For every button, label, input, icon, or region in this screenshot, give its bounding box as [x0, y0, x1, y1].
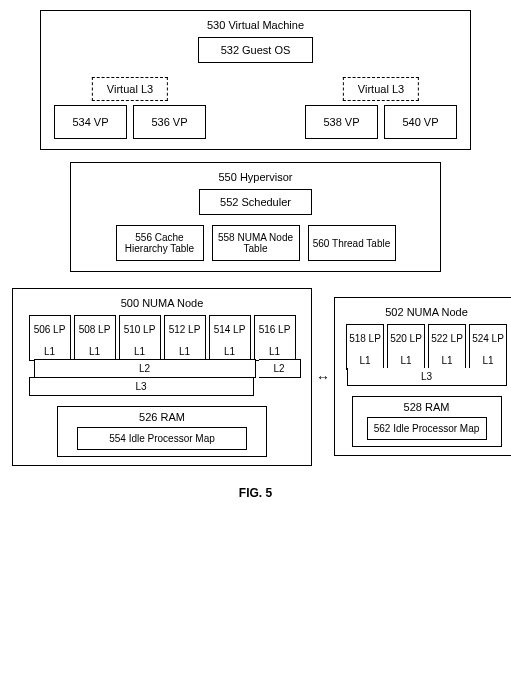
bidirectional-arrow-icon: ↔ [316, 369, 330, 385]
lp-box: 518 LP [346, 324, 384, 353]
l1-cache-box: L1 [164, 343, 206, 361]
ram-box: 526 RAM 554 Idle Processor Map [57, 406, 267, 457]
virtual-l3-group-right: Virtual L3 538 VP 540 VP [302, 77, 460, 139]
lp-row: 518 LP 520 LP 522 LP 524 LP [339, 324, 511, 353]
lp-box: 516 LP [254, 315, 296, 344]
lp-box: 506 LP [29, 315, 71, 344]
numa0-title: 500 NUMA Node [121, 297, 204, 309]
numa-node-1-box: 502 NUMA Node 518 LP 520 LP 522 LP 524 L… [334, 297, 511, 456]
l1-row: L1 L1 L1 L1 [339, 352, 511, 370]
ram-title: 526 RAM [139, 411, 185, 423]
lp-box: 510 LP [119, 315, 161, 344]
l2-cache-box: L2 [259, 359, 301, 378]
vm-title: 530 Virtual Machine [207, 19, 304, 31]
l3-cache-box: L3 [29, 377, 254, 396]
numa1-title: 502 NUMA Node [385, 306, 468, 318]
numa-nodes-row: 500 NUMA Node 506 LP 508 LP 510 LP 512 L… [12, 288, 499, 466]
vp-box: 540 VP [384, 105, 457, 139]
l1-cache-box: L1 [469, 352, 507, 370]
hypervisor-title: 550 Hypervisor [219, 171, 293, 183]
l1-cache-box: L1 [346, 352, 384, 370]
hypervisor-tables-row: 556 Cache Hierarchy Table 558 NUMA Node … [79, 225, 432, 261]
idle-processor-map-box: 554 Idle Processor Map [77, 427, 247, 450]
ram-box: 528 RAM 562 Idle Processor Map [352, 396, 502, 447]
figure-label: FIG. 5 [10, 486, 501, 500]
vp-box: 536 VP [133, 105, 206, 139]
l1-cache-box: L1 [119, 343, 161, 361]
numa-node-table-box: 558 NUMA Node Table [212, 225, 300, 261]
l1-row: L1 L1 L1 L1 L1 L1 [17, 343, 307, 361]
l1-cache-box: L1 [428, 352, 466, 370]
lp-box: 520 LP [387, 324, 425, 353]
cache-hierarchy-table-box: 556 Cache Hierarchy Table [116, 225, 204, 261]
thread-table-box: 560 Thread Table [308, 225, 396, 261]
lp-box: 512 LP [164, 315, 206, 344]
lp-box: 524 LP [469, 324, 507, 353]
virtual-l3-label: Virtual L3 [343, 77, 419, 101]
l3-cache-box: L3 [347, 368, 507, 386]
ram-title: 528 RAM [404, 401, 450, 413]
lp-box: 508 LP [74, 315, 116, 344]
hypervisor-box: 550 Hypervisor 552 Scheduler 556 Cache H… [70, 162, 441, 272]
virtual-l3-label: Virtual L3 [92, 77, 168, 101]
vp-box: 534 VP [54, 105, 127, 139]
l2-row: L2 L2 [17, 359, 307, 378]
l2-cache-box: L2 [34, 359, 256, 378]
l1-cache-box: L1 [387, 352, 425, 370]
idle-processor-map-box: 562 Idle Processor Map [367, 417, 487, 440]
virtual-machine-box: 530 Virtual Machine 532 Guest OS Virtual… [40, 10, 471, 150]
l1-cache-box: L1 [29, 343, 71, 361]
scheduler-box: 552 Scheduler [199, 189, 312, 215]
lp-row: 506 LP 508 LP 510 LP 512 LP 514 LP 516 L… [17, 315, 307, 344]
lp-box: 514 LP [209, 315, 251, 344]
l1-cache-box: L1 [254, 343, 296, 361]
virtual-l3-group-left: Virtual L3 534 VP 536 VP [51, 77, 209, 139]
numa-node-0-box: 500 NUMA Node 506 LP 508 LP 510 LP 512 L… [12, 288, 312, 466]
guest-os-box: 532 Guest OS [198, 37, 314, 63]
l1-cache-box: L1 [209, 343, 251, 361]
vp-box: 538 VP [305, 105, 378, 139]
lp-box: 522 LP [428, 324, 466, 353]
l1-cache-box: L1 [74, 343, 116, 361]
vp-row: Virtual L3 534 VP 536 VP Virtual L3 538 … [51, 77, 460, 139]
